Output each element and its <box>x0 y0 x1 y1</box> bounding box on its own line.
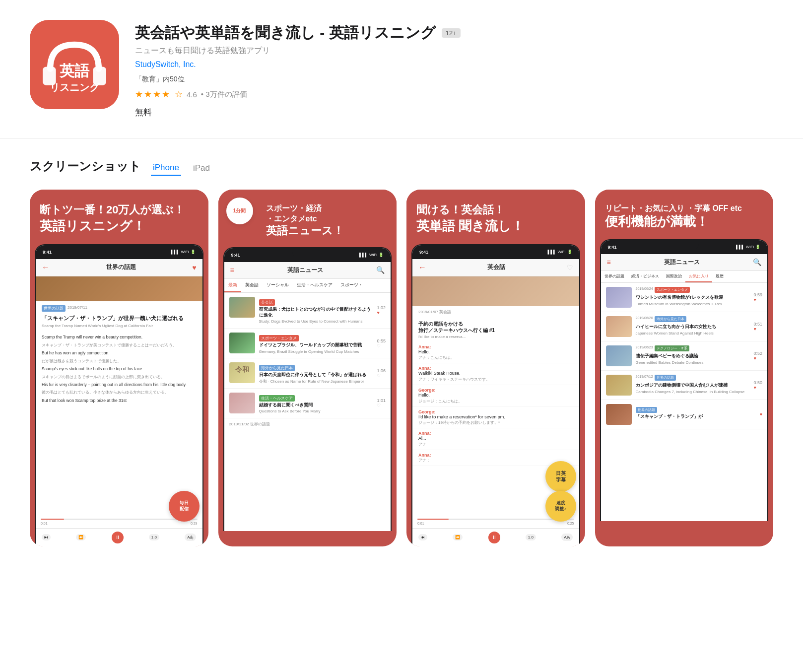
phone1-ctrl-aa[interactable]: Aあ <box>185 534 196 541</box>
phone2-tag-0: 英会話 <box>259 299 275 306</box>
phone3-ctrl-play[interactable]: ⏸ <box>488 532 500 543</box>
app-header: 英語 リスニング 英会話や英単語を聞き流し - 英語リスニング 12+ ニュース… <box>0 0 803 138</box>
phone2-navbar: ≡ 英語ニュース 🔍 <box>224 262 391 279</box>
phone3-back[interactable]: ← <box>418 263 426 272</box>
phone3-heart[interactable]: ♡ <box>567 264 573 271</box>
app-developer[interactable]: StudySwitch, Inc. <box>135 60 773 69</box>
phone3-conv-title: 予約の電話をかける旅行／ステーキハウスへ行く編 #1 <box>412 318 579 335</box>
phone2-duration-0: 1:02♥ <box>377 305 386 315</box>
phone1-content: 世界の話題 2019/07/11 「スキャンプ・ザ・トランプ」が世界一醜い犬に選… <box>36 276 202 515</box>
phone1-status-bar: 9:41 ▌▌▌WiFi🔋 <box>36 245 202 259</box>
phone1-ctrl-play[interactable]: ⏸ <box>112 532 124 543</box>
tab-ipad[interactable]: iPad <box>191 163 212 175</box>
phone2-tab-4[interactable]: スポーツ・ <box>336 279 367 292</box>
phone1-banner-line2: 英語リスニング！ <box>40 218 199 234</box>
phone3-audio-controls: ⏮ ⏪ ⏸ 1.0 Aあ <box>412 528 579 546</box>
phone1-heart[interactable]: ♥ <box>192 264 196 271</box>
phone1-back[interactable]: ← <box>42 263 50 272</box>
phone3-navbar: ← 英会話 ♡ <box>412 259 579 276</box>
phone4-subhead-1: Japanese Women Stand Against High Heels <box>636 331 750 336</box>
phone1-art1-jp: スキャンプ・ザ・トランプが美コンテストで優勝することはーだいだろう。 <box>42 342 197 348</box>
phone3-conv-subtitle: I'd like to make a reserva... <box>412 335 579 342</box>
phone4-tab-3[interactable]: お気に入り <box>685 271 712 282</box>
phone4-subhead-3: Cambodia Changes 7, including Chinese, i… <box>636 390 750 395</box>
phone2-tab-1[interactable]: 英会話 <box>241 279 263 292</box>
device-tabs: iPhone iPad <box>151 163 222 176</box>
phone4-tab-4[interactable]: 履歴 <box>712 271 727 282</box>
phone4-tag-3: 世界の話題 <box>655 375 676 381</box>
phone2-tab-3[interactable]: 生活・ヘルスケア <box>293 279 336 292</box>
phone4-tab-2[interactable]: 国際政治 <box>663 271 685 282</box>
phone4-banner-line2: 便利機能が満載！ <box>605 214 764 229</box>
phone1-headline: 「スキャンプ・ザ・トランプ」が世界一醜い犬に選ばれる <box>42 315 197 322</box>
phone4-tag-1: 海外から見た日本 <box>655 316 686 322</box>
phone2-hamburger[interactable]: ≡ <box>230 266 234 274</box>
phone4-thumb-2 <box>606 345 632 366</box>
phone3-chat-1: Anna: Waikiki Steak House. アナ：ワイキキ・ステーキハ… <box>412 363 579 385</box>
phone3-chat-jp-4: アナ <box>418 442 573 447</box>
phone3-chat-0: Anna: Hello. アナ：こんにちは。 <box>412 342 579 364</box>
phone1-art2-jp: だが彼は醜さを競うコンテストで優勝した。 <box>42 358 197 364</box>
phone4-tabs: 世界の話題 経済・ビジネス 国際政治 お気に入り 履歴 <box>601 271 768 283</box>
phone1-tag: 世界の話題 <box>42 305 66 312</box>
app-rank: 「教育」内50位 <box>135 75 773 84</box>
phone3-status-bar: 9:41 ▌▌▌WiFi🔋 <box>412 245 579 259</box>
phone2-tab-2[interactable]: ソーシャル <box>263 279 293 292</box>
rating-count: • 3万件の評価 <box>201 90 247 99</box>
phone4-time: 9:41 <box>608 245 617 250</box>
phone4-tag-4: 世界の話題 <box>636 407 657 413</box>
phone3-ctrl-prev[interactable]: ⏮ <box>418 534 427 540</box>
phone1-art4-en: His fur is very disorderly – pointing ou… <box>42 380 197 390</box>
phone3-ctrl-speed[interactable]: 1.0 <box>526 534 536 540</box>
phone4-hamburger[interactable]: ≡ <box>607 258 611 266</box>
phone4-tab-1[interactable]: 経済・ビジネス <box>628 271 663 282</box>
phone3-date: 2019/01/07 英会話 <box>412 306 579 318</box>
tab-iphone[interactable]: iPhone <box>151 163 181 176</box>
phone2-item-0: 英会話 研究成果：犬はヒトとのつながりの中で目配せするように進化 Study: … <box>224 293 391 329</box>
phone3-ctrl-rew[interactable]: ⏪ <box>453 534 463 540</box>
age-badge: 12+ <box>442 28 461 38</box>
phone1-nav-title: 世界の話題 <box>106 263 136 271</box>
phone3-speaker-4: Anna: <box>418 431 573 436</box>
phone2-content: 英会話 研究成果：犬はヒトとのつながりの中で目配せするように進化 Study: … <box>224 293 391 531</box>
phone2-status-bar: 9:41 ▌▌▌WiFi🔋 <box>224 248 391 262</box>
screenshot-1: 断トツ一番！20万人が選ぶ！ 英語リスニング！ 9:41 ▌▌▌WiFi🔋 ← … <box>30 190 208 546</box>
phone2-subhead-0: Study: Dogs Evolved to Use Eyes to Conne… <box>259 319 373 324</box>
phone1-art3-jp: スキャンプの目はまるでボールのように顔面の上部に突き出ている。 <box>42 374 197 380</box>
phone3-banner: 聞ける！英会話！ 英単語 聞き流し！ <box>406 190 585 244</box>
phone3-ctrl-aa[interactable]: Aあ <box>561 534 573 541</box>
phone1-banner-line1: 断トツ一番！20万人が選ぶ！ <box>40 203 199 216</box>
screenshot-4: リピート・お気に入り ・字幕 OFF etc 便利機能が満載！ 9:41 ▌▌▌… <box>595 190 774 546</box>
phone4-duration-3: 0:50♥ <box>753 380 762 390</box>
phone3-time: 9:41 <box>419 250 428 255</box>
phone2-status-icons: ▌▌▌WiFi🔋 <box>359 253 384 257</box>
phone1-banner: 断トツ一番！20万人が選ぶ！ 英語リスニング！ <box>30 190 208 244</box>
phone4-search[interactable]: 🔍 <box>753 258 761 266</box>
phone4-thumb-1 <box>606 316 632 337</box>
phone2-tab-0[interactable]: 最新 <box>224 279 241 292</box>
phone4-tab-0[interactable]: 世界の話題 <box>601 271 628 282</box>
phone1-thumb <box>36 276 202 301</box>
phone4-frame: 9:41 ▌▌▌WiFi🔋 ≡ 英語ニュース 🔍 世界の話題 経済・ビジネス 国… <box>600 239 769 521</box>
phone2-search[interactable]: 🔍 <box>376 266 385 274</box>
phone4-subhead-0: Famed Museum in Washington Welcomes T. R… <box>636 302 750 307</box>
phone2-item-3: 生活・ヘルスケア 結婚する前に聞くべき質問 Questions to Ask B… <box>224 389 391 418</box>
phone3-status-icons: ▌▌▌WiFi🔋 <box>547 250 572 254</box>
phone1-art4-jp: 彼の毛はとても乱れている。小さな体からあらゆる方向に生えている。 <box>42 390 197 395</box>
phone4-duration-0: 0:59♥ <box>753 292 762 302</box>
phone1-status-icons: ▌▌▌WiFi🔋 <box>171 250 195 254</box>
phone3-chat-en-0: Hello. <box>418 349 573 355</box>
phone4-nav-title: 英語ニュース <box>664 258 700 267</box>
phone3-chat-en-4: Al... <box>418 436 573 442</box>
phone1-ctrl-rew[interactable]: ⏪ <box>76 534 86 540</box>
phone1-audio-controls: ⏮ ⏪ ⏸ 1.0 Aあ <box>36 528 202 546</box>
phone1-art1-en: Scamp the Tramp will never win a beauty … <box>42 332 197 342</box>
screenshots-grid: 断トツ一番！20万人が選ぶ！ 英語リスニング！ 9:41 ▌▌▌WiFi🔋 ← … <box>30 190 773 546</box>
phone4-thumb-0 <box>606 287 632 308</box>
phone2-subhead-3: Questions to Ask Before You Marry <box>259 409 373 414</box>
phone1-ctrl-prev[interactable]: ⏮ <box>42 534 51 540</box>
phone1-navbar: ← 世界の話題 ♥ <box>36 259 202 276</box>
phone1-ctrl-speed[interactable]: 1.0 <box>149 534 159 540</box>
phone1-date: 2019/07/11 <box>67 305 87 313</box>
phone4-thumb-4 <box>606 404 632 425</box>
